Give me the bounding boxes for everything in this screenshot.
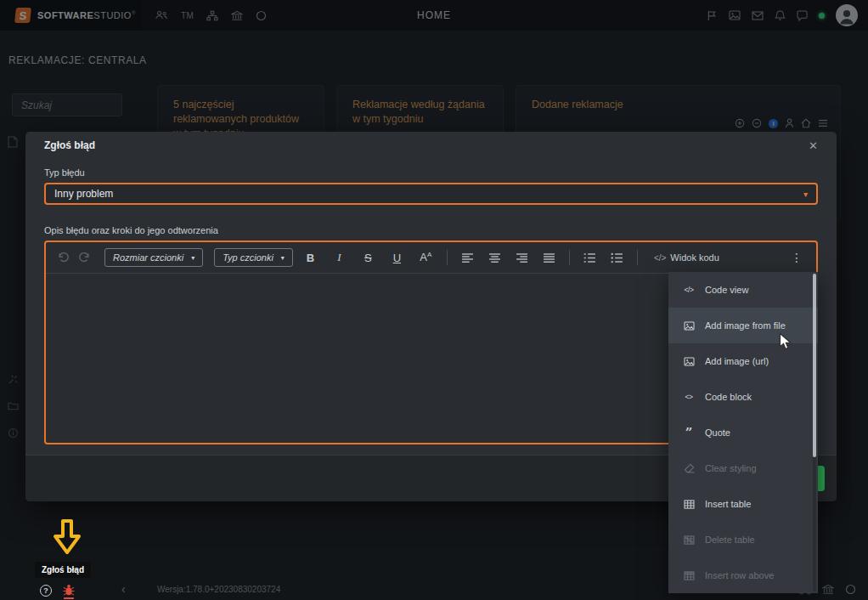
menu-item-label: Insert row above (705, 570, 774, 580)
ordered-list-icon[interactable] (579, 252, 600, 263)
highlight-arrow-icon (51, 518, 83, 556)
menu-item-label: Delete table (705, 535, 755, 545)
help-icon[interactable]: ? (40, 585, 52, 597)
menu-item-label: Add image (url) (705, 356, 769, 366)
font-size-label: Rozmiar czcionki (113, 252, 183, 263)
menu-item-label: Insert table (705, 499, 751, 509)
menu-item-delete-table: Delete table (668, 522, 818, 558)
code-view-icon: </> (682, 286, 696, 294)
bug-active-indicator (64, 597, 74, 599)
superscript-button[interactable]: AA (414, 251, 437, 263)
editor-context-menu: </> Code view Add image from file Add im… (668, 272, 818, 593)
image-icon (682, 321, 696, 331)
quote-icon: ” (682, 428, 696, 437)
editor-toolbar: Rozmiar czcionki ▾ Typ czcionki ▾ B I S … (46, 242, 816, 274)
font-family-label: Typ czcionki (223, 252, 273, 263)
kebab-menu-icon[interactable]: ⋮ (786, 251, 808, 264)
modal-header: Zgłoś błąd ✕ (25, 132, 837, 159)
toolbar-divider (447, 250, 448, 265)
menu-item-label: Add image from file (705, 320, 786, 331)
superscript-sup: A (427, 251, 431, 258)
close-icon[interactable]: ✕ (809, 139, 818, 152)
menu-item-label: Clear styling (705, 463, 757, 473)
code-view-button[interactable]: </> Widok kodu (654, 252, 719, 263)
code-block-icon: <> (682, 393, 696, 401)
underline-button[interactable]: U (386, 252, 409, 264)
image-icon (682, 357, 696, 366)
chevron-down-icon: ▾ (803, 190, 808, 199)
report-bug-tooltip: Zgłoś błąd (35, 562, 91, 578)
bug-type-value: Inny problem (54, 188, 113, 200)
help-bug-row: ? (40, 584, 75, 597)
menu-item-code-view[interactable]: </> Code view (668, 272, 818, 308)
table-icon (682, 500, 696, 509)
scrollbar-thumb[interactable] (813, 274, 816, 457)
bold-button[interactable]: B (299, 252, 322, 264)
chevron-down-icon: ▾ (281, 254, 285, 262)
font-size-dropdown[interactable]: Rozmiar czcionki ▾ (104, 248, 203, 267)
menu-item-label: Code block (705, 392, 752, 402)
toolbar-divider (569, 250, 570, 265)
toolbar-divider (637, 250, 638, 265)
menu-item-insert-row-above: Insert row above (668, 558, 818, 593)
bug-type-label: Typ błędu (44, 167, 818, 178)
menu-item-clear-styling: Clear styling (668, 450, 818, 486)
font-family-dropdown[interactable]: Typ czcionki ▾ (214, 248, 293, 267)
strikethrough-button[interactable]: S (357, 252, 380, 264)
chevron-down-icon: ▾ (191, 254, 194, 262)
redo-icon[interactable] (78, 252, 90, 263)
code-icon: </> (654, 253, 666, 263)
menu-item-label: Code view (705, 285, 748, 295)
align-right-icon[interactable] (511, 252, 533, 263)
menu-item-code-block[interactable]: <> Code block (668, 379, 818, 415)
align-center-icon[interactable] (484, 252, 505, 263)
bug-report-icon[interactable] (63, 584, 75, 597)
menu-item-add-image-url[interactable]: Add image (url) (668, 343, 818, 379)
italic-button[interactable]: I (328, 251, 351, 264)
row-above-icon (682, 571, 696, 580)
unordered-list-icon[interactable] (606, 252, 628, 263)
menu-item-quote[interactable]: ” Quote (668, 415, 818, 450)
code-view-label: Widok kodu (670, 252, 719, 263)
align-justify-icon[interactable] (538, 252, 560, 263)
modal-title: Zgłoś błąd (44, 139, 95, 151)
align-left-icon[interactable] (457, 252, 478, 263)
bug-description-label: Opis błędu oraz kroki do jego odtworzeni… (44, 225, 818, 235)
eraser-icon (682, 463, 696, 473)
menu-item-label: Quote (705, 427, 730, 438)
menu-item-add-image-from-file[interactable]: Add image from file (668, 308, 818, 343)
context-menu-scrollbar[interactable] (813, 274, 816, 592)
undo-icon[interactable] (58, 252, 70, 263)
superscript-main: A (420, 252, 427, 264)
table-delete-icon (682, 535, 696, 545)
history-group (54, 252, 93, 263)
menu-item-insert-table[interactable]: Insert table (668, 486, 818, 522)
bug-type-select[interactable]: Inny problem ▾ (44, 183, 818, 205)
